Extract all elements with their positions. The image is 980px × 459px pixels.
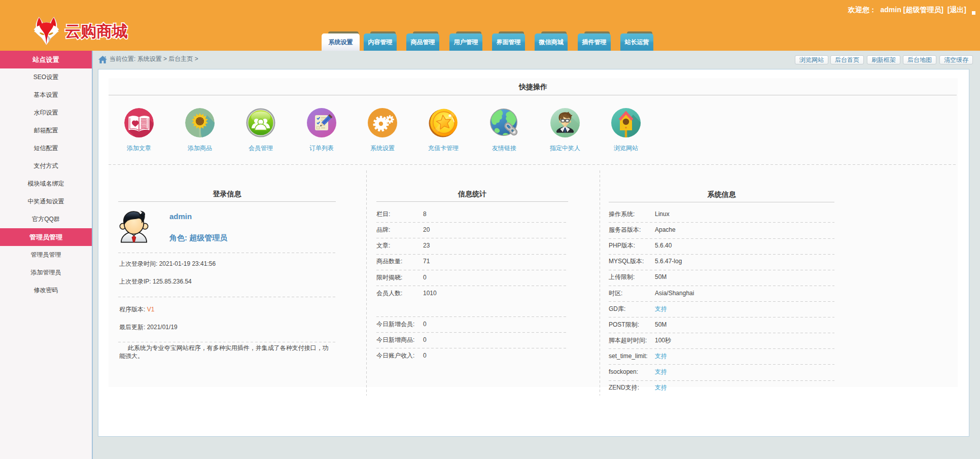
svg-text:云购商城: 云购商城 xyxy=(65,22,128,40)
